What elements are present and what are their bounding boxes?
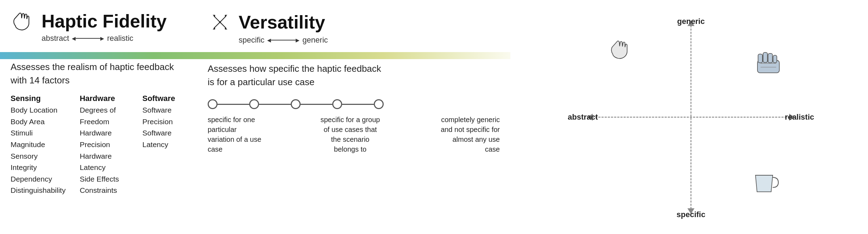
- label-specific: specific: [677, 210, 705, 219]
- glove-device-icon: [754, 50, 782, 75]
- list-item: Side Effects: [80, 173, 128, 185]
- scale-dot-5: [374, 99, 384, 109]
- haptic-description: Assesses the realism of haptic feedbackw…: [11, 61, 187, 87]
- scale-dot-line-2: [259, 104, 291, 105]
- versatility-panel: Versatility specific generic Assesses ho…: [197, 0, 514, 234]
- software-list: Software Precision Software Latency: [142, 105, 187, 150]
- page-container: Haptic Fidelity abstract realistic Asses…: [0, 0, 868, 234]
- list-item: Stimuli: [11, 127, 65, 139]
- scale-dot-1: [208, 99, 218, 109]
- list-item: Software Precision: [142, 105, 187, 127]
- cup-device-icon: [751, 170, 779, 195]
- hand-device-icon: [606, 36, 635, 61]
- versatility-scale-left: specific: [239, 36, 264, 45]
- haptic-scale-arrow: [72, 36, 104, 41]
- sensing-column: Sensing Body Location Body Area Stimuli …: [11, 94, 65, 196]
- list-item: Body Location: [11, 105, 65, 116]
- svg-marker-4: [213, 15, 215, 17]
- list-item: Body Area: [11, 116, 65, 128]
- svg-rect-12: [768, 53, 772, 63]
- haptic-icon: [11, 11, 35, 32]
- hardware-list: Degrees of Freedom Hardware Precision Ha…: [80, 105, 128, 196]
- haptic-scale-right: realistic: [107, 34, 133, 43]
- versatility-title: Versatility: [239, 13, 325, 31]
- list-item: Constraints: [80, 185, 128, 196]
- scale-dot-line-4: [342, 104, 374, 105]
- haptic-scale-left: abstract: [42, 34, 69, 43]
- svg-rect-11: [763, 52, 767, 62]
- svg-line-2: [214, 22, 220, 28]
- svg-marker-5: [225, 15, 227, 17]
- label-abstract: abstract: [568, 113, 598, 122]
- svg-marker-6: [213, 27, 215, 30]
- scale-label-1: specific for oneparticularvariation of a…: [208, 115, 278, 154]
- list-item: Distinguishability: [11, 185, 65, 196]
- list-item: Dependency: [11, 173, 65, 185]
- versatility-scale-arrow: [267, 37, 300, 43]
- scale-label-3: specific for a groupof use cases thatthe…: [312, 115, 389, 154]
- hardware-column: Hardware Degrees of Freedom Hardware Pre…: [80, 94, 128, 196]
- haptic-scale-row: abstract realistic: [42, 34, 187, 43]
- versatility-scale-dots: [208, 99, 500, 109]
- list-item: Degrees of Freedom: [80, 105, 128, 127]
- scale-dot-3: [291, 99, 301, 109]
- quadrant-chart: generic specific abstract realistic: [568, 15, 814, 219]
- haptic-fidelity-title: Haptic Fidelity: [42, 12, 166, 30]
- svg-rect-10: [758, 54, 762, 63]
- scale-dot-line-3: [301, 104, 332, 105]
- hardware-heading: Hardware: [80, 94, 128, 103]
- scale-dot-line-1: [218, 104, 249, 105]
- list-item: Hardware Precision: [80, 127, 128, 150]
- svg-rect-13: [773, 55, 777, 63]
- list-item: Hardware Latency: [80, 151, 128, 173]
- scale-labels: specific for oneparticularvariation of a…: [208, 115, 500, 154]
- scale-label-5: completely genericand not specific foral…: [422, 115, 500, 154]
- versatility-header: Versatility: [208, 11, 500, 33]
- list-item: Magnitude: [11, 139, 65, 151]
- versatility-icon: [208, 11, 232, 33]
- sensing-list: Body Location Body Area Stimuli Magnitud…: [11, 105, 65, 196]
- vertical-axis: [691, 22, 692, 212]
- versatility-description: Assesses how specific the haptic feedbac…: [208, 62, 500, 89]
- gradient-bar: [0, 52, 510, 59]
- list-item: Sensory Integrity: [11, 151, 65, 173]
- haptic-fidelity-panel: Haptic Fidelity abstract realistic Asses…: [0, 0, 197, 234]
- svg-marker-7: [225, 27, 227, 30]
- versatility-scale-row: specific generic: [239, 36, 500, 45]
- label-realistic: realistic: [785, 113, 814, 122]
- software-column: Software Software Precision Software Lat…: [142, 94, 187, 196]
- versatility-scale-right: generic: [302, 36, 328, 45]
- svg-point-8: [219, 21, 221, 23]
- list-item: Software Latency: [142, 127, 187, 150]
- factors-row: Sensing Body Location Body Area Stimuli …: [11, 94, 187, 196]
- scale-dot-4: [332, 99, 342, 109]
- svg-line-3: [220, 22, 226, 28]
- label-generic: generic: [677, 17, 705, 26]
- sensing-heading: Sensing: [11, 94, 65, 103]
- software-heading: Software: [142, 94, 187, 103]
- scale-dot-2: [249, 99, 259, 109]
- quadrant-panel: generic specific abstract realistic: [514, 0, 868, 234]
- haptic-fidelity-header: Haptic Fidelity: [11, 11, 187, 32]
